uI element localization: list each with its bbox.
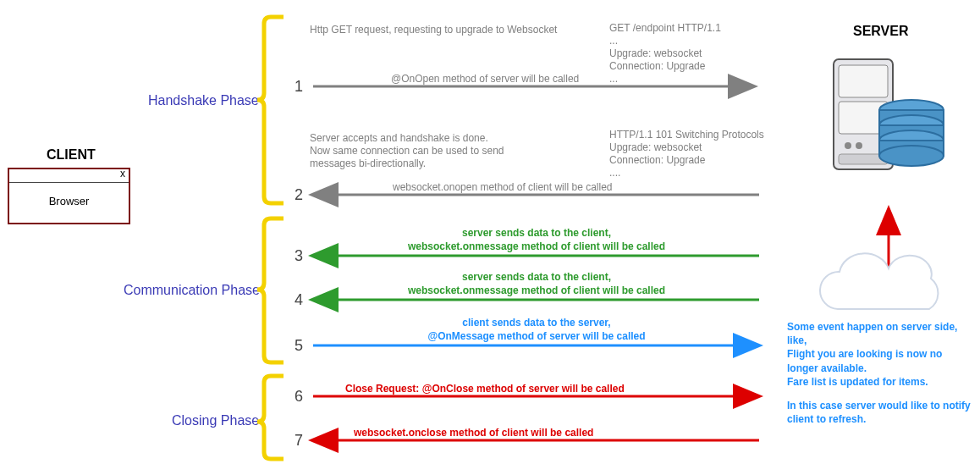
step-5-mid: @OnMessage method of server will be call…: [367, 330, 706, 342]
step-3-number: 3: [295, 247, 303, 265]
svg-point-12: [879, 146, 944, 166]
step-7-number: 7: [295, 432, 303, 450]
step-4-number: 4: [295, 291, 303, 309]
step-1-top: Http GET request, requesting to upgrade …: [310, 24, 557, 36]
svg-point-4: [856, 142, 862, 149]
cloud-icon: [820, 253, 938, 309]
note-line2: Flight you are looking is now no longer …: [787, 347, 973, 374]
svg-point-3: [845, 142, 851, 149]
note-line1: Some event happen on server side, like,: [787, 320, 973, 347]
side-note: Some event happen on server side, like, …: [787, 320, 973, 426]
step-2-mid: websocket.onopen method of client will b…: [393, 181, 613, 194]
note-line4: In this case server would like to notify…: [787, 399, 973, 426]
note-line3: Fare list is updated for items.: [787, 375, 973, 389]
bracket-closing: [257, 376, 284, 459]
step-4-mid: websocket.onmessage method of client wil…: [367, 284, 706, 296]
step-2-headers: HTTP/1.1 101 Switching Protocols Upgrade…: [609, 129, 764, 180]
step-3-mid: websocket.onmessage method of client wil…: [367, 240, 706, 252]
step-7-mid: websocket.onclose method of client will …: [354, 427, 593, 439]
step-1-number: 1: [295, 78, 303, 96]
step-1-mid: @OnOpen method of server will be called: [391, 73, 579, 86]
step-3-top: server sends data to the client,: [367, 227, 706, 239]
step-6-mid: Close Request: @OnClose method of server…: [345, 383, 625, 395]
bracket-handshake: [257, 17, 284, 203]
step-2-top: Server accepts and handshake is done. No…: [310, 132, 504, 170]
step-5-number: 5: [295, 337, 303, 355]
server-title: SERVER: [853, 24, 909, 39]
step-5-top: client sends data to the server,: [367, 317, 706, 329]
server-icon: [834, 59, 944, 169]
svg-rect-1: [839, 65, 888, 97]
step-6-number: 6: [295, 388, 303, 406]
step-2-number: 2: [295, 186, 303, 204]
step-1-headers: GET /endpoint HTTP/1.1 ... Upgrade: webs…: [609, 22, 721, 86]
step-4-top: server sends data to the client,: [367, 271, 706, 283]
bracket-communication: [257, 218, 284, 362]
